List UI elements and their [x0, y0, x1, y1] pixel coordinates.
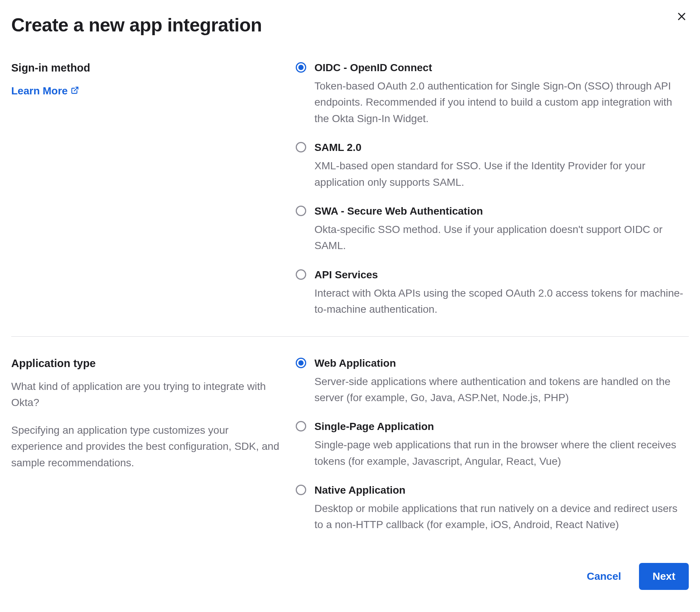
application-type-heading: Application type: [11, 355, 281, 372]
radio-option-web-app[interactable]: Web Application Server-side applications…: [296, 355, 689, 406]
next-button[interactable]: Next: [639, 563, 689, 590]
sign-in-method-section: Sign-in method Learn More OIDC - OpenID …: [11, 60, 689, 336]
application-type-help: What kind of application are you trying …: [11, 378, 281, 411]
option-body: Single-Page Application Single-page web …: [314, 419, 689, 469]
create-app-integration-modal: Create a new app integration Sign-in met…: [11, 11, 689, 590]
radio-option-native-app[interactable]: Native Application Desktop or mobile app…: [296, 482, 689, 533]
option-desc: Desktop or mobile applications that run …: [314, 500, 689, 533]
application-type-left: Application type What kind of applicatio…: [11, 355, 281, 533]
radio-option-spa[interactable]: Single-Page Application Single-page web …: [296, 419, 689, 469]
modal-title: Create a new app integration: [11, 11, 689, 39]
close-icon: [676, 17, 687, 23]
option-label: Single-Page Application: [314, 419, 689, 434]
learn-more-label: Learn More: [11, 83, 68, 99]
sign-in-method-options: OIDC - OpenID Connect Token-based OAuth …: [296, 60, 689, 318]
option-desc: Server-side applications where authentic…: [314, 373, 689, 406]
svg-line-2: [74, 87, 78, 91]
option-label: OIDC - OpenID Connect: [314, 60, 689, 76]
option-label: SAML 2.0: [314, 140, 689, 155]
option-body: SAML 2.0 XML-based open standard for SSO…: [314, 140, 689, 190]
option-label: Native Application: [314, 482, 689, 498]
radio-icon: [296, 358, 306, 368]
option-desc: Interact with Okta APIs using the scoped…: [314, 285, 689, 318]
option-desc: Single-page web applications that run in…: [314, 437, 689, 469]
modal-footer: Cancel Next: [11, 563, 689, 590]
cancel-button[interactable]: Cancel: [584, 566, 624, 587]
radio-icon: [296, 206, 306, 216]
option-body: Native Application Desktop or mobile app…: [314, 482, 689, 533]
radio-option-oidc[interactable]: OIDC - OpenID Connect Token-based OAuth …: [296, 60, 689, 127]
sign-in-method-heading: Sign-in method: [11, 60, 281, 76]
sign-in-method-left: Sign-in method Learn More: [11, 60, 281, 318]
application-type-section: Application type What kind of applicatio…: [11, 336, 689, 552]
application-type-help: Specifying an application type customize…: [11, 422, 281, 471]
option-body: API Services Interact with Okta APIs usi…: [314, 267, 689, 318]
learn-more-link[interactable]: Learn More: [11, 83, 79, 99]
option-desc: XML-based open standard for SSO. Use if …: [314, 158, 689, 190]
option-label: SWA - Secure Web Authentication: [314, 203, 689, 219]
option-desc: Token-based OAuth 2.0 authentication for…: [314, 78, 689, 127]
option-label: API Services: [314, 267, 689, 283]
radio-icon: [296, 142, 306, 152]
option-desc: Okta-specific SSO method. Use if your ap…: [314, 221, 689, 254]
option-body: Web Application Server-side applications…: [314, 355, 689, 406]
option-body: OIDC - OpenID Connect Token-based OAuth …: [314, 60, 689, 127]
radio-option-saml[interactable]: SAML 2.0 XML-based open standard for SSO…: [296, 140, 689, 190]
radio-option-api-services[interactable]: API Services Interact with Okta APIs usi…: [296, 267, 689, 318]
close-button[interactable]: [675, 9, 689, 25]
radio-icon: [296, 62, 306, 73]
option-body: SWA - Secure Web Authentication Okta-spe…: [314, 203, 689, 254]
external-link-icon: [71, 83, 79, 99]
radio-icon: [296, 269, 306, 280]
radio-icon: [296, 485, 306, 495]
application-type-options: Web Application Server-side applications…: [296, 355, 689, 533]
option-label: Web Application: [314, 355, 689, 371]
radio-option-swa[interactable]: SWA - Secure Web Authentication Okta-spe…: [296, 203, 689, 254]
radio-icon: [296, 421, 306, 431]
